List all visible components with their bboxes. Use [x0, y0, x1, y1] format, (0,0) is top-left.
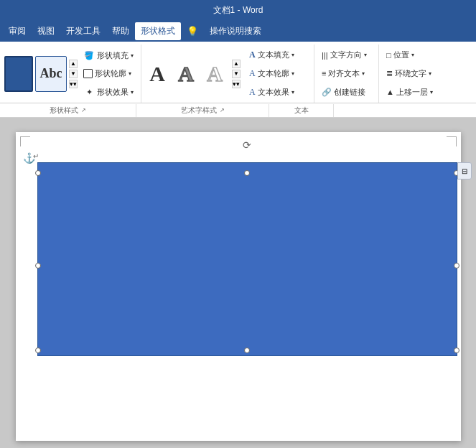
shape-style-scroll-down[interactable]: ▼	[69, 70, 78, 78]
menu-bar: 审阅 视图 开发工具 帮助 形状格式 💡 操作说明搜索	[0, 20, 476, 42]
corner-tl	[20, 136, 30, 146]
shape-fill-icon: 🪣	[83, 50, 95, 61]
text-fill-btn[interactable]: A 文本填充 ▾	[246, 48, 311, 62]
art-letter-3[interactable]: A	[202, 55, 228, 93]
position-dropdown[interactable]: ▾	[411, 52, 414, 58]
wrap-text-dropdown[interactable]: ▾	[429, 70, 431, 77]
shape-style-scroll-up[interactable]: ▲	[69, 60, 78, 68]
bring-forward-icon: ▲	[386, 88, 394, 96]
align-text-dropdown[interactable]: ▾	[362, 70, 365, 77]
art-letter-2[interactable]: A	[173, 55, 199, 93]
right-panel-btn[interactable]: ⊟	[457, 162, 472, 179]
menu-item-view[interactable]: 视图	[32, 22, 60, 40]
shape-container: ⟳ ⊟	[37, 152, 457, 360]
shape-style-group: Abc ▲ ▼ ▾▾ 🪣 形状填充 ▾ 形状轮廓 ▾	[1, 45, 141, 103]
blue-rectangle[interactable]	[37, 162, 457, 356]
shape-preview-abc[interactable]: Abc	[35, 56, 67, 92]
create-link-btn[interactable]: 🔗 创建链接	[319, 85, 374, 99]
menu-item-shape-format[interactable]: 形状格式	[135, 22, 181, 40]
arrange-group: □ 位置 ▾ ≣ 环绕文字 ▾ ▲ 上移一层 ▾	[379, 45, 440, 103]
handle-bottom-left[interactable]	[35, 347, 41, 353]
handle-middle-right[interactable]	[454, 263, 459, 269]
shape-effects-btn[interactable]: ✦ 形状效果 ▾	[80, 85, 138, 99]
art-style-group: A A A ▲ ▼ ▾▾ A 文本填充 ▾ A 文本轮廓 ▾	[141, 45, 314, 103]
shape-style-expand-icon[interactable]: ↗	[81, 107, 86, 113]
text-effects-icon: A	[249, 87, 256, 98]
document-area: ⚓ ↵ ⟳ ⊟	[0, 118, 476, 448]
rotate-handle[interactable]: ⟳	[241, 139, 253, 151]
wrap-text-btn[interactable]: ≣ 环绕文字 ▾	[383, 67, 436, 80]
position-btn[interactable]: □ 位置 ▾	[383, 48, 436, 62]
shape-effects-dropdown[interactable]: ▾	[131, 89, 134, 95]
document-page: ⚓ ↵ ⟳ ⊟	[16, 132, 461, 441]
text-fill-dropdown[interactable]: ▾	[291, 52, 294, 58]
shape-preview-blue[interactable]	[4, 56, 33, 92]
align-text-icon: ≡	[322, 69, 326, 78]
right-panel-icon: ⊟	[462, 167, 467, 175]
ribbon: Abc ▲ ▼ ▾▾ 🪣 形状填充 ▾ 形状轮廓 ▾	[0, 42, 476, 118]
text-effects-dropdown[interactable]: ▾	[291, 89, 294, 95]
shape-outline-dropdown[interactable]: ▾	[129, 70, 131, 77]
text-outline-icon: A	[249, 68, 256, 79]
art-style-expand-icon[interactable]: ↗	[220, 107, 225, 113]
menu-item-devtools[interactable]: 开发工具	[60, 22, 106, 40]
title-text: 文档1 - Word	[213, 4, 263, 17]
art-style-label: 艺术字样式 ↗	[136, 104, 269, 117]
text-outline-dropdown[interactable]: ▾	[291, 70, 294, 77]
text-direction-icon: |||	[322, 51, 328, 60]
ribbon-group-labels: 形状样式 ↗ 艺术字样式 ↗ 文本	[0, 103, 476, 117]
handle-bottom-center[interactable]	[244, 347, 250, 353]
handle-top-left[interactable]	[35, 170, 41, 176]
bring-forward-btn[interactable]: ▲ 上移一层 ▾	[383, 85, 436, 99]
shape-fill-dropdown[interactable]: ▾	[131, 52, 134, 59]
wrap-text-icon: ≣	[386, 69, 393, 78]
text-effects-btn[interactable]: A 文本效果 ▾	[246, 85, 311, 99]
shape-outline-btn[interactable]: 形状轮廓 ▾	[80, 67, 138, 80]
art-style-scroll-up[interactable]: ▲	[232, 60, 241, 68]
shape-effects-icon: ✦	[83, 86, 95, 98]
text-direction-dropdown[interactable]: ▾	[364, 52, 367, 58]
handle-bottom-right[interactable]	[454, 347, 459, 353]
shape-fill-btn[interactable]: 🪣 形状填充 ▾	[80, 48, 138, 62]
shape-style-label: 形状样式 ↗	[0, 104, 136, 117]
menu-item-lightbulb: 💡	[181, 23, 204, 39]
create-link-icon: 🔗	[322, 88, 332, 97]
title-bar: 文档1 - Word	[0, 0, 476, 20]
handle-middle-left[interactable]	[35, 263, 41, 269]
shape-style-expand[interactable]: ▾▾	[69, 80, 78, 88]
text-label: 文本	[269, 104, 334, 117]
align-text-btn[interactable]: ≡ 对齐文本 ▾	[319, 67, 374, 80]
text-group: ||| 文字方向 ▾ ≡ 对齐文本 ▾ 🔗 创建链接	[314, 45, 379, 103]
menu-item-search[interactable]: 操作说明搜索	[204, 22, 267, 40]
text-direction-btn[interactable]: ||| 文字方向 ▾	[319, 48, 374, 62]
art-style-scroll-down[interactable]: ▼	[232, 70, 241, 78]
menu-item-review[interactable]: 审阅	[3, 22, 32, 40]
corner-tr	[447, 136, 457, 146]
art-style-expand[interactable]: ▾▾	[232, 80, 241, 88]
bring-forward-dropdown[interactable]: ▾	[430, 89, 433, 95]
art-letter-1[interactable]: A	[144, 55, 170, 93]
position-icon: □	[386, 51, 391, 60]
shape-outline-icon	[83, 69, 93, 78]
menu-item-help[interactable]: 帮助	[106, 22, 135, 40]
handle-top-center[interactable]	[244, 170, 250, 176]
text-fill-icon: A	[249, 50, 256, 60]
text-outline-btn[interactable]: A 文本轮廓 ▾	[246, 67, 311, 80]
